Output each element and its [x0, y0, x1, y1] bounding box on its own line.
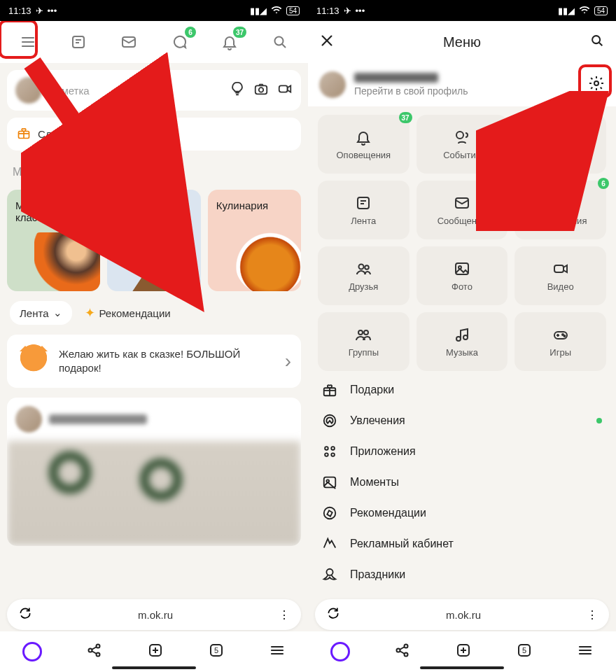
messages-icon[interactable]: [115, 28, 143, 56]
post-image[interactable]: [7, 441, 301, 546]
tabs-count-icon[interactable]: 5: [208, 642, 225, 662]
profile-row[interactable]: Перейти в свой профиль: [308, 63, 616, 106]
svg-point-60: [325, 453, 328, 456]
tile-guests[interactable]: Гости: [514, 115, 606, 174]
gift-label: Сделать подарок: [38, 128, 122, 140]
menu-list: Подарки Увлечения Приложения Моменты Рек…: [308, 371, 616, 594]
wifi-icon: [271, 4, 282, 18]
tile-events[interactable]: События: [416, 115, 508, 174]
svg-point-65: [326, 569, 332, 575]
status-time: 11:13: [316, 6, 340, 16]
feed-icon[interactable]: [64, 28, 92, 56]
browser-bar[interactable]: m.ok.ru ⋮: [7, 599, 301, 630]
browser-bar[interactable]: m.ok.ru ⋮: [315, 599, 609, 630]
status-bar: 11:13 ✈ ••• ▮▮◢ 54: [308, 0, 616, 21]
menu-icon[interactable]: [577, 642, 594, 662]
menu-title: Меню: [443, 34, 481, 50]
menu-header: Меню: [308, 21, 616, 63]
home-indicator: [112, 666, 196, 669]
chat-icon[interactable]: 6: [165, 28, 193, 56]
svg-rect-45: [554, 265, 564, 272]
reload-icon[interactable]: [326, 606, 340, 623]
tile-music[interactable]: Музыка: [416, 312, 508, 371]
compose-row[interactable]: Заметка: [7, 70, 301, 111]
new-tab-icon[interactable]: [455, 642, 472, 662]
svg-point-53: [562, 334, 564, 335]
svg-text:5: 5: [522, 646, 526, 654]
card-cooking[interactable]: Кулинария: [208, 190, 301, 291]
avatar[interactable]: [319, 71, 346, 98]
menu-holidays[interactable]: Праздники: [322, 567, 602, 582]
green-dot: [596, 418, 602, 424]
svg-point-41: [359, 264, 364, 269]
url-text: m.ok.ru: [340, 609, 587, 621]
kebab-icon[interactable]: ⋮: [587, 608, 598, 622]
status-time: 11:13: [8, 6, 31, 16]
compose-placeholder[interactable]: Заметка: [49, 85, 223, 97]
camera-icon[interactable]: [253, 81, 269, 99]
menu-hobbies[interactable]: Увлечения: [322, 413, 602, 428]
new-tab-icon[interactable]: [147, 642, 164, 662]
tab-moments[interactable]: Моменты: [13, 166, 62, 178]
tile-photo[interactable]: Фото: [416, 246, 508, 305]
menu-moments[interactable]: Моменты: [322, 475, 602, 490]
more-icon: •••: [48, 6, 57, 16]
recommendations-link[interactable]: ✦Рекомендации: [85, 305, 171, 321]
wifi-icon: [579, 4, 590, 18]
tile-feed[interactable]: Лента: [318, 181, 410, 239]
search-icon[interactable]: [589, 33, 605, 51]
share-icon[interactable]: [394, 642, 411, 662]
svg-line-17: [92, 647, 97, 650]
filter-row: Лента⌄ ✦Рекомендации: [0, 291, 308, 335]
feed-post[interactable]: [7, 398, 301, 546]
tile-groups[interactable]: Группы: [318, 312, 410, 371]
svg-rect-11: [279, 85, 288, 92]
tile-games[interactable]: Игры: [514, 312, 606, 371]
telegram-icon: ✈: [344, 6, 351, 16]
svg-line-18: [92, 651, 97, 654]
tile-friends[interactable]: Друзья: [318, 246, 410, 305]
svg-text:5: 5: [214, 646, 218, 654]
menu-apps[interactable]: Приложения: [322, 444, 602, 459]
svg-line-8: [282, 44, 286, 48]
yandex-icon[interactable]: [330, 642, 350, 662]
tile-messages[interactable]: Сообщения: [416, 181, 508, 239]
reload-icon[interactable]: [18, 606, 32, 623]
home-indicator: [420, 666, 504, 669]
tile-video[interactable]: Видео: [514, 246, 606, 305]
hamburger-button[interactable]: [14, 28, 42, 56]
tile-notifications[interactable]: Оповещения37: [318, 115, 410, 174]
signal-icon: ▮▮◢: [250, 6, 267, 16]
svg-point-30: [592, 36, 600, 43]
idea-icon[interactable]: [230, 81, 245, 99]
avatar[interactable]: [15, 77, 42, 104]
menu-ads[interactable]: Рекламный кабинет: [322, 536, 602, 552]
svg-line-69: [400, 647, 405, 650]
bottom-nav: 5: [0, 631, 308, 672]
tabs-row: Моменты Увлечения: [0, 150, 308, 190]
yandex-icon[interactable]: [22, 642, 42, 662]
lenta-dropdown[interactable]: Лента⌄: [10, 301, 72, 325]
post-avatar[interactable]: [15, 406, 42, 433]
tabs-count-icon[interactable]: 5: [516, 642, 533, 662]
telegram-icon: ✈: [36, 6, 43, 16]
svg-rect-9: [255, 85, 267, 94]
tile-discussions[interactable]: Обсуждения6: [514, 181, 606, 239]
promo-card[interactable]: Желаю жить как в сказке! БОЛЬШОЙ подарок…: [7, 335, 301, 388]
card-home[interactable]: Дом и ремонт: [107, 190, 200, 291]
card-master-class[interactable]: Мастер- классы: [7, 190, 100, 291]
gift-row[interactable]: Сделать подарок: [7, 118, 301, 150]
screen-menu: 11:13 ✈ ••• ▮▮◢ 54 Меню Перейти в свой п…: [308, 0, 616, 672]
tiles-grid: Оповещения37 События Гости Лента Сообщен…: [308, 115, 616, 371]
menu-recommendations[interactable]: Рекомендации: [322, 505, 602, 521]
bell-icon[interactable]: 37: [216, 28, 244, 56]
search-icon[interactable]: [266, 28, 294, 56]
close-icon[interactable]: [319, 33, 335, 51]
tab-hobby[interactable]: Увлечения: [71, 162, 146, 183]
menu-icon[interactable]: [269, 642, 286, 662]
video-icon[interactable]: [277, 81, 293, 99]
kebab-icon[interactable]: ⋮: [279, 608, 290, 622]
menu-gifts[interactable]: Подарки: [322, 382, 602, 398]
share-icon[interactable]: [86, 642, 103, 662]
settings-gear-icon[interactable]: [588, 75, 605, 94]
